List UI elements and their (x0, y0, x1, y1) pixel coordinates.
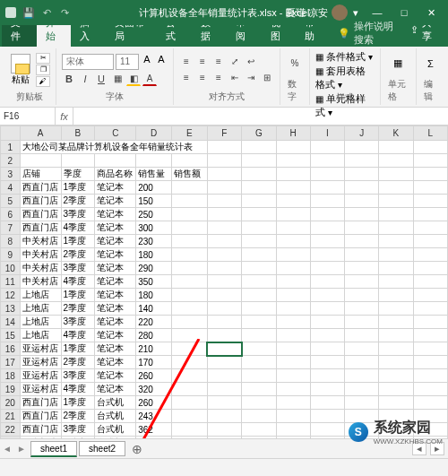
shrink-font-icon[interactable]: A (155, 54, 168, 70)
cell[interactable] (276, 154, 310, 168)
cell[interactable] (171, 275, 207, 289)
cell[interactable] (310, 262, 344, 275)
cut-icon[interactable]: ✂ (36, 53, 50, 64)
row-header[interactable]: 19 (1, 383, 21, 396)
cell[interactable] (171, 356, 207, 369)
cell[interactable]: 4季度 (61, 221, 95, 235)
cell[interactable]: 笔记本 (95, 262, 136, 275)
cell[interactable] (345, 208, 379, 221)
cell[interactable] (413, 356, 447, 369)
wrap-text-icon[interactable]: ↩ (244, 55, 258, 69)
cell[interactable]: 4季度 (61, 329, 95, 342)
cell[interactable] (207, 316, 241, 329)
cell[interactable] (207, 262, 241, 275)
cell[interactable] (207, 248, 241, 262)
row-header[interactable]: 14 (1, 316, 21, 329)
cell[interactable] (207, 181, 241, 195)
row-header[interactable]: 2 (1, 154, 21, 168)
cell[interactable] (345, 262, 379, 275)
sheet-nav-prev-icon[interactable]: ◄ (0, 444, 14, 454)
cell[interactable] (171, 396, 207, 410)
row-header[interactable]: 13 (1, 302, 21, 316)
cell[interactable]: 260 (136, 369, 172, 383)
cell[interactable]: 亚运村店 (20, 383, 61, 396)
cell[interactable] (413, 289, 447, 302)
cell[interactable] (310, 141, 344, 154)
cell[interactable] (207, 289, 241, 302)
cell[interactable] (379, 181, 413, 195)
cell[interactable]: 季度 (61, 168, 95, 181)
merged-title-cell[interactable]: 大地公司某品牌计算机设备全年销量统计表 (20, 141, 207, 154)
cell[interactable] (379, 289, 413, 302)
cell[interactable] (413, 235, 447, 248)
cell[interactable] (413, 423, 447, 437)
format-painter-icon[interactable]: 🖌 (36, 76, 50, 87)
cell[interactable]: 笔记本 (95, 248, 136, 262)
cell[interactable] (413, 316, 447, 329)
cell[interactable] (310, 383, 344, 396)
cell[interactable]: 笔记本 (95, 342, 136, 356)
cell[interactable] (242, 262, 276, 275)
cell[interactable]: 320 (136, 383, 172, 396)
cell[interactable] (242, 302, 276, 316)
cell[interactable]: 1季度 (61, 181, 95, 195)
cell[interactable] (276, 289, 310, 302)
cell[interactable] (413, 248, 447, 262)
cell[interactable] (61, 154, 95, 168)
cell[interactable] (379, 248, 413, 262)
cell[interactable]: 西直门店 (20, 181, 61, 195)
cell[interactable]: 280 (136, 329, 172, 342)
cell[interactable] (310, 181, 344, 195)
cell[interactable] (171, 369, 207, 383)
align-top-icon[interactable]: ≡ (179, 55, 194, 69)
column-header-H[interactable]: H (276, 126, 310, 141)
cell[interactable] (207, 302, 241, 316)
cell[interactable] (310, 396, 344, 410)
cell[interactable]: 西直门店 (20, 396, 61, 410)
cell[interactable] (379, 396, 413, 410)
cell[interactable]: 台式机 (95, 423, 136, 437)
cell[interactable] (276, 195, 310, 208)
column-header-C[interactable]: C (95, 126, 136, 141)
cell[interactable] (171, 329, 207, 342)
cell[interactable] (136, 154, 172, 168)
cell[interactable]: 2季度 (61, 195, 95, 208)
cell[interactable] (242, 342, 276, 356)
cell[interactable] (413, 154, 447, 168)
cell[interactable]: 180 (136, 248, 172, 262)
cell[interactable]: 笔记本 (95, 369, 136, 383)
editing-icon[interactable]: Σ (427, 58, 434, 69)
align-bottom-icon[interactable]: ≡ (211, 55, 226, 69)
column-header-F[interactable]: F (207, 126, 241, 141)
cell[interactable] (413, 383, 447, 396)
cell[interactable] (171, 289, 207, 302)
row-header[interactable]: 8 (1, 235, 21, 248)
cell[interactable]: 150 (136, 195, 172, 208)
cell[interactable] (413, 396, 447, 410)
cell[interactable]: 西直门店 (20, 221, 61, 235)
cell[interactable] (413, 221, 447, 235)
cell[interactable] (171, 383, 207, 396)
cell[interactable] (413, 141, 447, 154)
cell[interactable] (242, 208, 276, 221)
cell[interactable]: 3季度 (61, 208, 95, 221)
row-header[interactable]: 1 (1, 141, 21, 154)
row-header[interactable]: 17 (1, 356, 21, 369)
cell[interactable] (379, 208, 413, 221)
cell[interactable]: 140 (136, 302, 172, 316)
tell-me-search[interactable]: 💡 操作说明搜索 (338, 20, 401, 47)
row-header[interactable]: 7 (1, 221, 21, 235)
cell[interactable] (171, 262, 207, 275)
cell[interactable] (310, 342, 344, 356)
cell[interactable] (207, 168, 241, 181)
row-header[interactable]: 18 (1, 369, 21, 383)
cell[interactable] (276, 369, 310, 383)
cell[interactable]: 2季度 (61, 356, 95, 369)
cell[interactable] (345, 329, 379, 342)
add-sheet-button[interactable]: ⊕ (129, 442, 145, 456)
column-header-K[interactable]: K (379, 126, 413, 141)
cell[interactable] (379, 410, 413, 423)
cell[interactable]: 3季度 (61, 369, 95, 383)
format-as-table-button[interactable]: ▦ 套用表格格式 ▾ (315, 65, 375, 91)
cell[interactable]: 笔记本 (95, 329, 136, 342)
